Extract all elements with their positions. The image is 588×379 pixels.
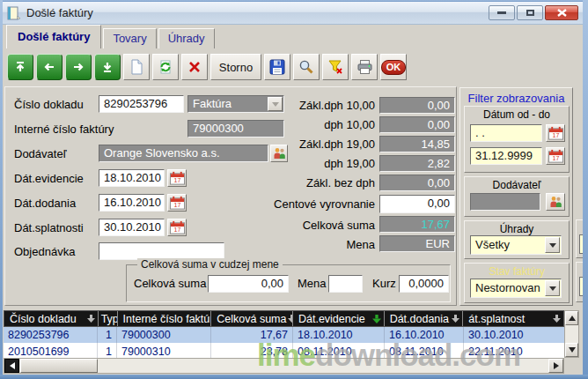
fc-kurz-input[interactable]: 0,0000 xyxy=(399,275,449,293)
col-header-cislo-dokladu[interactable]: Číslo dokladu xyxy=(4,311,99,326)
tab-bar: Došlé faktúry Tovary Úhrady xyxy=(3,25,583,48)
first-record-button[interactable] xyxy=(7,54,33,80)
scroll-right-button[interactable] xyxy=(548,359,563,373)
maximize-button[interactable] xyxy=(517,5,543,20)
refresh-button[interactable] xyxy=(152,54,179,80)
col-header-typ[interactable]: Typ xyxy=(99,311,118,326)
table-row[interactable]: 8290253796 1 79000300 17,67 18.10.2010 1… xyxy=(4,327,564,343)
print-button[interactable] xyxy=(351,54,378,80)
scroll-down-button[interactable] xyxy=(565,343,578,357)
dph19-field: 2,82 xyxy=(379,155,455,172)
calendar-icon: 17 xyxy=(170,220,185,234)
filter-dodavatel-group-title: Dodávateľ xyxy=(465,179,569,191)
grid-header-row: Číslo dokladu Typ Interné číslo faktúry … xyxy=(4,310,564,327)
chevron-down-icon xyxy=(549,243,556,248)
col-header-celkova-suma[interactable]: Celková suma xyxy=(211,311,293,326)
foreign-currency-group-title: Celková suma v cudzej mene xyxy=(137,258,283,271)
celkova-suma-label: Celková suma xyxy=(264,219,375,232)
invoice-grid: Číslo dokladu Typ Interné číslo faktúry … xyxy=(4,310,564,358)
horizontal-scroll-thumb[interactable] xyxy=(20,359,98,373)
dat-splatnosti-input[interactable]: 30.10.2010 xyxy=(99,219,165,236)
search-icon xyxy=(298,59,314,75)
tab-dosle-faktury[interactable]: Došlé faktúry xyxy=(6,25,101,48)
dat-evidencie-label: Dát.evidencie xyxy=(14,172,84,185)
filter-dodavatel-lookup-button[interactable] xyxy=(546,193,565,211)
cislo-dokladu-label: Číslo dokladu xyxy=(14,98,84,111)
dat-evidencie-input[interactable]: 18.10.2010 xyxy=(99,169,165,187)
next-record-button[interactable] xyxy=(65,54,92,80)
filter-stav-combo[interactable]: Nestornovan xyxy=(470,279,562,298)
dodavatel-field: Orange Slovensko a.s. xyxy=(99,145,268,162)
grid-vertical-scrollbar[interactable] xyxy=(564,310,579,358)
grid-horizontal-scrollbar[interactable] xyxy=(4,358,564,374)
col-header-dat-dodania[interactable]: Dát.dodania xyxy=(385,311,464,326)
fc-celkova-suma-label: Celková suma xyxy=(134,277,206,290)
dph19-label: dph 19,00 xyxy=(264,157,375,170)
window-frame xyxy=(0,375,588,379)
filter-date-from-input[interactable]: . . xyxy=(470,124,542,142)
tab-tovary[interactable]: Tovary xyxy=(103,28,156,48)
prev-record-button[interactable] xyxy=(36,54,62,80)
filter-date-to-calendar-button[interactable]: 17 xyxy=(546,147,565,165)
window-frame xyxy=(0,0,3,379)
scrollbar-corner xyxy=(564,358,579,374)
centove-vyrovnanie-input[interactable]: 0,00 xyxy=(379,195,455,213)
delete-button[interactable] xyxy=(181,54,208,80)
storno-button[interactable]: Storno xyxy=(210,54,261,80)
dat-splatnosti-calendar-button[interactable]: 17 xyxy=(167,219,187,236)
svg-text:17: 17 xyxy=(552,132,559,139)
dat-dodania-input[interactable]: 16.10.2010 xyxy=(99,194,165,212)
interne-cislo-label: Interné číslo faktúry xyxy=(14,123,114,136)
svg-text:17: 17 xyxy=(173,177,180,184)
fc-celkova-suma-input[interactable]: 0,00 xyxy=(208,275,289,293)
save-icon xyxy=(269,59,285,75)
dat-dodania-calendar-button[interactable]: 17 xyxy=(167,194,187,212)
dph10-label: dph 10,00 xyxy=(264,118,375,131)
window-document-icon xyxy=(7,6,20,20)
new-document-button[interactable] xyxy=(123,54,150,80)
minimize-button[interactable] xyxy=(489,5,515,20)
filter-uhrady-group-title: Úhrady xyxy=(465,223,569,235)
refresh-icon xyxy=(158,59,173,75)
filter-stav-group-title: Stav faktúry xyxy=(465,265,569,278)
chevron-down-icon xyxy=(549,286,556,291)
tab-uhrady[interactable]: Úhrady xyxy=(158,28,215,48)
ok-button[interactable]: OK xyxy=(380,54,407,80)
fc-mena-input[interactable] xyxy=(328,275,363,293)
dat-evidencie-calendar-button[interactable]: 17 xyxy=(167,169,187,187)
zakl-dph19-field: 14,85 xyxy=(379,136,455,152)
foreign-currency-group: Celková suma v cudzej mene Celková suma … xyxy=(126,264,451,302)
scroll-up-button[interactable] xyxy=(565,311,578,325)
title-bar: Došlé faktúry xyxy=(2,2,584,25)
filter-clear-button[interactable] xyxy=(322,54,349,80)
filter-uhrady-value: Všetky xyxy=(475,238,510,251)
dph10-field: 0,00 xyxy=(379,116,455,133)
zakl-bez-dph-label: Zákl. bez dph xyxy=(264,176,375,190)
filter-dodavatel-field xyxy=(470,193,540,211)
people-icon xyxy=(549,196,562,208)
search-button[interactable] xyxy=(293,54,320,80)
col-header-dat-evidencie[interactable]: Dát.evidencie xyxy=(293,311,385,326)
close-button[interactable] xyxy=(545,5,578,20)
col-header-dat-splatnosti[interactable]: át.splatnost xyxy=(463,311,563,326)
filter-uhrady-combo[interactable]: Všetky xyxy=(470,235,562,255)
maximize-icon xyxy=(526,10,534,16)
col-header-interne-cislo[interactable]: Interné číslo faktúry xyxy=(118,311,212,326)
sort-arrow-icon xyxy=(452,315,459,323)
sort-arrow-icon xyxy=(87,315,95,323)
save-button[interactable] xyxy=(264,54,290,80)
ok-icon: OK xyxy=(381,60,407,75)
filter-stav-dropdown-button[interactable] xyxy=(545,280,560,296)
cislo-dokladu-input[interactable]: 8290253796 xyxy=(99,95,184,113)
filter-date-to-input[interactable]: 31.12.9999 xyxy=(470,147,542,165)
filter-date-from-calendar-button[interactable]: 17 xyxy=(546,124,565,142)
filter-uhrady-dropdown-button[interactable] xyxy=(545,237,560,253)
last-record-button[interactable] xyxy=(94,54,121,80)
new-document-icon xyxy=(129,59,143,75)
objednavka-input[interactable] xyxy=(99,242,224,260)
first-record-icon xyxy=(13,60,27,74)
table-row[interactable]: 2010501699 1 79000310 23,78 08.11.2010 0… xyxy=(4,343,564,358)
arrow-left-icon xyxy=(10,362,15,369)
scroll-left-button[interactable] xyxy=(4,359,19,373)
fc-kurz-label: Kurz xyxy=(372,277,396,290)
